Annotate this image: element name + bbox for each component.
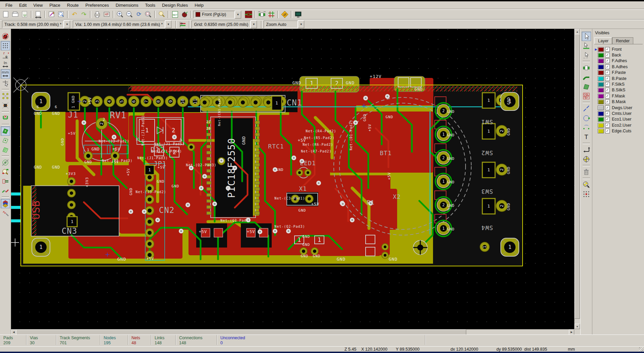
grid-size-combo[interactable]: Grid: 0.6350 mm (25.00 mils) [192, 20, 251, 28]
units-mm-button[interactable]: mm [1, 69, 10, 79]
auto-del-button[interactable]: ✕ [1, 114, 10, 123]
layer-visibility-checkbox[interactable]: ✓ [605, 129, 610, 133]
menu-design-rules[interactable]: Design Rules [159, 2, 191, 8]
layer-row-back[interactable]: ✓Back [594, 52, 643, 58]
scroll-up-button[interactable]: ▲ [575, 29, 580, 34]
drc-off-button[interactable] [1, 32, 10, 41]
layer-color-swatch[interactable] [598, 94, 604, 98]
layer-row-edge-cuts[interactable]: ✓Edge.Cuts [594, 128, 643, 134]
redo-button[interactable]: ↷ [79, 10, 89, 19]
pointer-button[interactable] [582, 32, 591, 41]
layer-color-swatch[interactable] [598, 82, 604, 87]
polar-button[interactable]: rφ [1, 50, 10, 60]
add-line-button[interactable] [582, 104, 591, 114]
layer-selector-combo[interactable]: Front (PgUp) [193, 11, 235, 18]
layer-selector-drop-button[interactable]: ▼ [235, 11, 241, 18]
layer-visibility-checkbox[interactable]: ✓ [605, 94, 610, 98]
layer-color-swatch[interactable] [598, 111, 604, 116]
layer-visibility-checkbox[interactable]: ✓ [605, 99, 610, 104]
new-board-button[interactable] [1, 10, 11, 19]
layer-color-swatch[interactable] [598, 70, 604, 75]
layer-row-eco2-user[interactable]: ✓Eco2.User [594, 122, 643, 128]
layer-row-dwgs-user[interactable]: ✓Dwgs.User [594, 105, 643, 111]
add-zone-button[interactable] [582, 82, 591, 91]
auto-track-width-button[interactable] [178, 20, 187, 29]
grid-size-drop-button[interactable]: ▼ [251, 20, 257, 28]
drc-button[interactable]: ✔ [180, 10, 189, 19]
canvas-vertical-scrollbar[interactable]: ▲ ▼ [574, 29, 580, 329]
layer-visibility-checkbox[interactable]: ✓ [605, 53, 610, 57]
layer-row-eco1-user[interactable]: ✓Eco1.User [594, 117, 643, 122]
add-module-button[interactable] [582, 63, 591, 73]
add-text-button[interactable]: T [582, 132, 591, 142]
pcb-canvas[interactable]: 2345678910111213141516171821222221212111… [11, 29, 580, 335]
layer-row-b-silks[interactable]: ✓B.SilkS [594, 87, 643, 93]
menu-tools[interactable]: Tools [142, 2, 159, 8]
add-circle-button[interactable] [582, 114, 591, 123]
via-size-drop-button[interactable]: ▼ [165, 20, 171, 28]
scroll-down-button[interactable]: ▼ [575, 324, 580, 329]
open-board-button[interactable] [11, 10, 20, 19]
microwave-button[interactable]: ∿ [1, 208, 10, 218]
highlight-net-button[interactable] [582, 41, 591, 50]
delete-button[interactable] [582, 167, 591, 177]
canvas-horizontal-scrollbar[interactable]: ◀ ▶ [11, 329, 574, 335]
grid-dots-button[interactable] [1, 41, 10, 50]
layer-visibility-checkbox[interactable]: ✓ [605, 76, 610, 81]
layer-color-swatch[interactable] [598, 99, 604, 104]
module-editor-button[interactable] [47, 10, 56, 19]
layer-color-swatch[interactable] [598, 47, 604, 52]
track-width-drop-button[interactable]: ▼ [64, 20, 70, 28]
layer-visibility-checkbox[interactable]: ✓ [605, 70, 610, 75]
layer-row-f-paste[interactable]: ✓F.Paste [594, 70, 643, 76]
zones-outline-button[interactable] [1, 136, 10, 145]
via-size-combo[interactable]: Via: 1.00 mm (39.4 mils)/ 0.60 mm (23.6 … [73, 20, 165, 28]
layer-row-b-paste[interactable]: ✓B.Paste [594, 76, 643, 81]
undo-button[interactable]: ↶ [70, 10, 79, 19]
mode-track-button[interactable] [244, 10, 253, 19]
layer-visibility-checkbox[interactable]: ✓ [605, 58, 610, 63]
module-browser-button[interactable] [56, 10, 66, 19]
layer-visibility-checkbox[interactable]: ✓ [605, 47, 610, 52]
zoom-fit-button[interactable] [144, 10, 153, 19]
resize-grip[interactable] [639, 347, 643, 352]
layer-color-swatch[interactable] [598, 117, 604, 122]
grid-origin-button[interactable] [582, 189, 591, 199]
layers-manager-button[interactable] [1, 199, 10, 208]
freeroute-button[interactable]: ⇄ [280, 10, 289, 19]
scroll-right-button[interactable]: ▶ [569, 329, 574, 335]
layer-color-swatch[interactable] [598, 105, 604, 110]
layer-visibility-checkbox[interactable]: ✓ [605, 123, 610, 128]
plot-button[interactable]: HP [102, 10, 111, 19]
add-dimension-button[interactable] [582, 145, 591, 155]
layer-row-f-mask[interactable]: ✓F.Mask [594, 93, 643, 99]
ratsnest-button[interactable] [267, 10, 276, 19]
layer-row-b-mask[interactable]: ✓B.Mask [594, 99, 643, 105]
tracks-sketch-button[interactable] [1, 186, 10, 195]
netlist-button[interactable]: NET [170, 10, 180, 19]
track-width-combo[interactable]: Track: 0.508 mm (20.00 mils) * [2, 20, 64, 28]
tab-render[interactable]: Render [612, 37, 633, 44]
redraw-button[interactable]: ⟳ [134, 10, 144, 19]
zoom-drop-button[interactable]: ▼ [298, 20, 304, 28]
layer-visibility-checkbox[interactable]: ✓ [605, 88, 610, 92]
layer-color-swatch[interactable] [598, 88, 604, 92]
menu-file[interactable]: File [2, 2, 16, 8]
pads-sketch-button[interactable] [1, 177, 10, 186]
zoom-out-button[interactable]: − [125, 10, 134, 19]
layer-visibility-checkbox[interactable]: ✓ [605, 82, 610, 87]
mode-module-button[interactable] [257, 10, 267, 19]
add-keepout-button[interactable] [582, 91, 591, 101]
zoom-combo[interactable]: Zoom Auto [264, 20, 298, 28]
local-ratsnest-button[interactable] [582, 50, 591, 60]
drill-origin-button[interactable] [582, 180, 591, 189]
save-board-button[interactable] [20, 10, 30, 19]
layer-row-front[interactable]: ▶✓Front [594, 46, 643, 52]
layer-color-swatch[interactable] [598, 64, 604, 69]
menu-edit[interactable]: Edit [16, 2, 30, 8]
zones-hatch-button[interactable] [1, 145, 10, 155]
find-button[interactable] [157, 10, 166, 19]
ratsnest-module-button[interactable] [1, 101, 10, 110]
add-target-button[interactable] [582, 155, 591, 164]
layer-row-f-silks[interactable]: ✓F.SilkS [594, 81, 643, 87]
